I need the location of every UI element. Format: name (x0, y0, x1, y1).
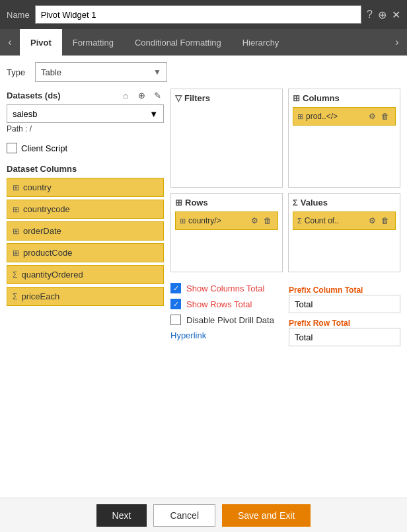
tab-right-arrow[interactable]: › (387, 29, 407, 56)
filters-header: ▽ Filters (175, 93, 278, 103)
rows-header: ⊞ Rows (175, 198, 278, 208)
col-label: countrycode (23, 204, 70, 214)
datasets-section: Datasets (ds) ⌂ ⊕ ✎ salesb ▼ Path : / (7, 89, 164, 137)
chip-actions: ⚙ 🗑 (248, 215, 274, 227)
values-icon: Σ (293, 198, 298, 208)
dataset-columns-section: Dataset Columns ⊞ country ⊞ countrycode … (7, 164, 164, 309)
show-rows-total-label: Show Rows Total (186, 299, 252, 309)
col-measure-icon: Σ (13, 292, 17, 301)
datasets-edit-icon[interactable]: ✎ (151, 89, 164, 102)
chip-delete-icon[interactable]: 🗑 (379, 215, 391, 227)
client-script-row: Client Script (7, 143, 164, 153)
chip-measure-icon: Σ (297, 217, 302, 225)
chip-delete-icon[interactable]: 🗑 (379, 110, 391, 122)
next-button[interactable]: Next (96, 504, 147, 527)
datasets-value: salesb (13, 109, 38, 119)
type-dropdown-arrow: ▼ (153, 67, 161, 77)
tab-conditional-formatting[interactable]: Conditional Formatting (124, 29, 232, 56)
content-area: Type Table ▼ Datasets (ds) ⌂ ⊕ ✎ (0, 56, 407, 498)
help-icon[interactable]: ? (367, 9, 373, 21)
datasets-icons: ⌂ ⊕ ✎ (119, 89, 164, 102)
client-script-label: Client Script (21, 143, 67, 153)
save-exit-button[interactable]: Save and Exit (222, 504, 311, 527)
show-columns-total-label: Show Columns Total (186, 284, 264, 293)
show-columns-total-checkbox[interactable] (170, 283, 181, 293)
column-item-priceeach[interactable]: Σ priceEach (7, 287, 164, 306)
path-row: Path : / (7, 124, 164, 133)
hyperlink-row: Hyperlink (170, 330, 282, 340)
columns-chip-prod[interactable]: ⊞ prod..</> ⚙ 🗑 (293, 107, 396, 126)
move-icon[interactable]: ⊕ (378, 9, 387, 21)
column-item-country[interactable]: ⊞ country (7, 178, 164, 197)
values-chip-count[interactable]: Σ Count of.. ⚙ 🗑 (293, 211, 396, 230)
prefix-row-input[interactable] (289, 328, 400, 346)
tab-pivot[interactable]: Pivot (20, 29, 62, 56)
tab-bar: ‹ Pivot Formatting Conditional Formattin… (0, 29, 407, 56)
rows-section: ⊞ Rows ⊞ country/> ⚙ 🗑 (170, 193, 283, 272)
show-rows-total-checkbox[interactable] (170, 299, 181, 309)
col-label: orderDate (23, 226, 61, 236)
header-icons: ? ⊕ ✕ (367, 9, 400, 21)
client-script-checkbox[interactable] (7, 143, 17, 153)
chip-actions: ⚙ 🗑 (366, 215, 391, 227)
datasets-add-icon[interactable]: ⊕ (135, 89, 148, 102)
column-item-orderdate[interactable]: ⊞ orderDate (7, 221, 164, 241)
footer: Next Cancel Save and Exit (0, 498, 407, 532)
disable-pivot-checkbox[interactable] (170, 315, 181, 325)
chip-delete-icon[interactable]: 🗑 (262, 215, 274, 227)
chip-gear-icon[interactable]: ⚙ (366, 215, 378, 227)
chip-gear-icon[interactable]: ⚙ (248, 215, 260, 227)
datasets-dropdown-arrow: ▼ (149, 109, 158, 119)
col-label: priceEach (21, 291, 59, 301)
datasets-select[interactable]: salesb ▼ (7, 104, 164, 123)
left-panel: Datasets (ds) ⌂ ⊕ ✎ salesb ▼ Path : / (7, 89, 164, 491)
disable-pivot-label: Disable Pivot Drill Data (186, 315, 274, 325)
values-section: Σ Values Σ Count of.. ⚙ 🗑 (288, 193, 400, 272)
type-label: Type (7, 67, 30, 77)
col-label: productCode (23, 248, 72, 258)
tab-left-arrow[interactable]: ‹ (0, 29, 20, 56)
close-icon[interactable]: ✕ (392, 9, 400, 21)
tab-formatting[interactable]: Formatting (62, 29, 124, 56)
dataset-columns-title: Dataset Columns (7, 164, 164, 174)
column-item-productcode[interactable]: ⊞ productCode (7, 243, 164, 262)
chip-gear-icon[interactable]: ⚙ (366, 110, 378, 122)
show-rows-total-row: Show Rows Total (170, 299, 282, 309)
chip-text: Count of.. (305, 216, 339, 225)
cancel-button[interactable]: Cancel (153, 504, 215, 527)
col-label: quantityOrdered (21, 270, 83, 280)
main-window: Name ? ⊕ ✕ ‹ Pivot Formatting Conditiona… (0, 0, 407, 532)
prefix-row-group: Prefix Row Total (289, 319, 400, 346)
column-item-countrycode[interactable]: ⊞ countrycode (7, 200, 164, 219)
type-row: Type Table ▼ (7, 62, 400, 82)
columns-header: ⊞ Columns (293, 93, 396, 103)
col-dim-icon: ⊞ (13, 205, 19, 214)
columns-icon: ⊞ (293, 93, 300, 103)
prefix-section: Prefix Column Total Prefix Row Total (289, 285, 400, 346)
col-dim-icon: ⊞ (13, 248, 19, 258)
disable-pivot-row: Disable Pivot Drill Data (170, 315, 282, 325)
type-select[interactable]: Table ▼ (35, 62, 167, 82)
filters-columns-row: ▽ Filters ⊞ Columns ⊞ prod..</> (170, 89, 400, 188)
show-columns-total-row: Show Columns Total (170, 283, 282, 293)
hyperlink-link[interactable]: Hyperlink (170, 330, 206, 340)
filters-section: ▽ Filters (170, 89, 283, 188)
prefix-row-label: Prefix Row Total (289, 319, 400, 328)
column-item-quantityordered[interactable]: Σ quantityOrdered (7, 265, 164, 284)
filters-label: Filters (184, 93, 210, 103)
datasets-home-icon[interactable]: ⌂ (119, 89, 132, 102)
col-dim-icon: ⊞ (13, 183, 19, 192)
datasets-title: Datasets (ds) (7, 91, 61, 100)
widget-name-input[interactable] (35, 5, 361, 24)
lower-area: Show Columns Total Show Rows Total Disab… (170, 283, 400, 346)
col-measure-icon: Σ (13, 270, 17, 280)
columns-label: Columns (303, 93, 340, 103)
rows-chip-country[interactable]: ⊞ country/> ⚙ 🗑 (175, 211, 278, 230)
chip-text: prod..</> (306, 112, 338, 121)
columns-section: ⊞ Columns ⊞ prod..</> ⚙ 🗑 (288, 89, 400, 188)
rows-label: Rows (185, 198, 208, 208)
col-dim-icon: ⊞ (13, 227, 19, 236)
tab-hierarchy[interactable]: Hierarchy (232, 29, 290, 56)
prefix-column-input[interactable] (289, 295, 400, 313)
chip-dim-icon: ⊞ (180, 217, 186, 225)
